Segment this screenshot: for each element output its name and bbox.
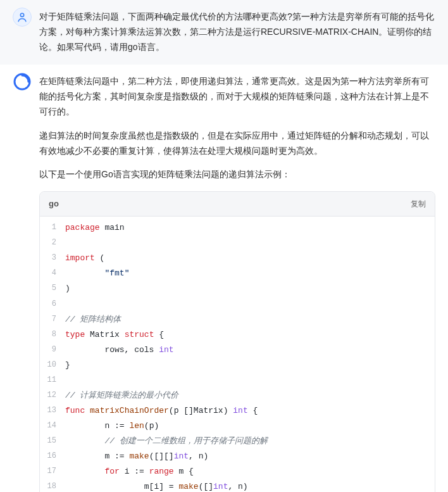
line-number: 12 bbox=[40, 388, 65, 403]
line-content bbox=[65, 297, 435, 312]
code-line: 16 m := make([][]int, n) bbox=[40, 449, 435, 464]
line-content: for i := range m { bbox=[65, 464, 435, 479]
assistant-p2: 递归算法的时间复杂度虽然也是指数级的，但是在实际应用中，通过矩阵链的分解和动态规… bbox=[39, 129, 435, 159]
line-content bbox=[65, 373, 435, 388]
line-content: ) bbox=[65, 281, 435, 296]
line-content: } bbox=[65, 358, 435, 373]
assistant-avatar bbox=[13, 72, 32, 91]
assistant-content: 在矩阵链乘法问题中，第二种方法，即使用递归算法，通常更高效。这是因为第一种方法穷… bbox=[39, 72, 435, 492]
code-line: 1package main bbox=[40, 220, 435, 236]
user-text: 对于矩阵链乘法问题，下面两种确定最优代价的方法哪种更高效?第一种方法是穷举所有可… bbox=[39, 9, 435, 54]
code-line: 2 bbox=[40, 236, 435, 251]
line-number: 1 bbox=[40, 220, 65, 236]
line-number: 10 bbox=[40, 358, 65, 373]
code-line: 3import ( bbox=[40, 251, 435, 266]
code-line: 10} bbox=[40, 358, 435, 373]
line-content: rows, cols int bbox=[65, 343, 435, 358]
line-number: 4 bbox=[40, 266, 65, 281]
line-number: 13 bbox=[40, 403, 65, 419]
svg-point-0 bbox=[20, 13, 23, 16]
code-line: 14 n := len(p) bbox=[40, 419, 435, 434]
line-number: 15 bbox=[40, 434, 65, 449]
line-content: // 矩阵结构体 bbox=[65, 312, 435, 327]
swirl-icon bbox=[13, 72, 32, 91]
line-content bbox=[65, 236, 435, 251]
code-line: 4 "fmt" bbox=[40, 266, 435, 281]
line-content: package main bbox=[65, 220, 435, 236]
code-line: 13func matrixChainOrder(p []Matrix) int … bbox=[40, 403, 435, 419]
svg-point-1 bbox=[15, 74, 30, 89]
code-line: 6 bbox=[40, 297, 435, 312]
user-message: 对于矩阵链乘法问题，下面两种确定最优代价的方法哪种更高效?第一种方法是穷举所有可… bbox=[0, 0, 448, 65]
line-number: 8 bbox=[40, 327, 65, 343]
user-content: 对于矩阵链乘法问题，下面两种确定最优代价的方法哪种更高效?第一种方法是穷举所有可… bbox=[39, 8, 435, 54]
code-line: 7// 矩阵结构体 bbox=[40, 312, 435, 327]
line-content: m := make([][]int, n) bbox=[65, 449, 435, 464]
line-number: 17 bbox=[40, 464, 65, 479]
code-line: 12// 计算矩阵链乘法的最小代价 bbox=[40, 388, 435, 403]
code-lang-label: go bbox=[49, 197, 59, 211]
code-header: go 复制 bbox=[40, 192, 435, 217]
code-line: 8type Matrix struct { bbox=[40, 327, 435, 343]
line-content: // 创建一个二维数组，用于存储子问题的解 bbox=[65, 434, 435, 449]
code-body[interactable]: 1package main2 3import (4 "fmt"5)6 7// 矩… bbox=[40, 217, 435, 492]
line-number: 2 bbox=[40, 236, 65, 251]
copy-button[interactable]: 复制 bbox=[411, 198, 426, 210]
line-content: type Matrix struct { bbox=[65, 327, 435, 343]
code-line: 17 for i := range m { bbox=[40, 464, 435, 479]
code-line: 15 // 创建一个二维数组，用于存储子问题的解 bbox=[40, 434, 435, 449]
line-content: // 计算矩阵链乘法的最小代价 bbox=[65, 388, 435, 403]
person-icon bbox=[16, 11, 28, 23]
line-number: 3 bbox=[40, 251, 65, 266]
assistant-message: 在矩阵链乘法问题中，第二种方法，即使用递归算法，通常更高效。这是因为第一种方法穷… bbox=[0, 65, 448, 492]
line-content: m[i] = make([]int, n) bbox=[65, 479, 435, 492]
assistant-p1: 在矩阵链乘法问题中，第二种方法，即使用递归算法，通常更高效。这是因为第一种方法穷… bbox=[39, 74, 435, 119]
line-number: 11 bbox=[40, 373, 65, 388]
line-number: 6 bbox=[40, 297, 65, 312]
code-block: go 复制 1package main2 3import (4 "fmt"5)6… bbox=[39, 191, 435, 492]
line-number: 16 bbox=[40, 449, 65, 464]
code-line: 18 m[i] = make([]int, n) bbox=[40, 479, 435, 492]
line-content: import ( bbox=[65, 251, 435, 266]
user-avatar bbox=[13, 8, 32, 27]
code-line: 5) bbox=[40, 281, 435, 296]
line-number: 14 bbox=[40, 419, 65, 434]
line-content: func matrixChainOrder(p []Matrix) int { bbox=[65, 403, 435, 419]
line-content: n := len(p) bbox=[65, 419, 435, 434]
code-line: 11 bbox=[40, 373, 435, 388]
code-line: 9 rows, cols int bbox=[40, 343, 435, 358]
line-number: 5 bbox=[40, 281, 65, 296]
line-content: "fmt" bbox=[65, 266, 435, 281]
line-number: 18 bbox=[40, 479, 65, 492]
line-number: 7 bbox=[40, 312, 65, 327]
assistant-p3: 以下是一个使用Go语言实现的矩阵链乘法问题的递归算法示例： bbox=[39, 167, 435, 182]
line-number: 9 bbox=[40, 343, 65, 358]
